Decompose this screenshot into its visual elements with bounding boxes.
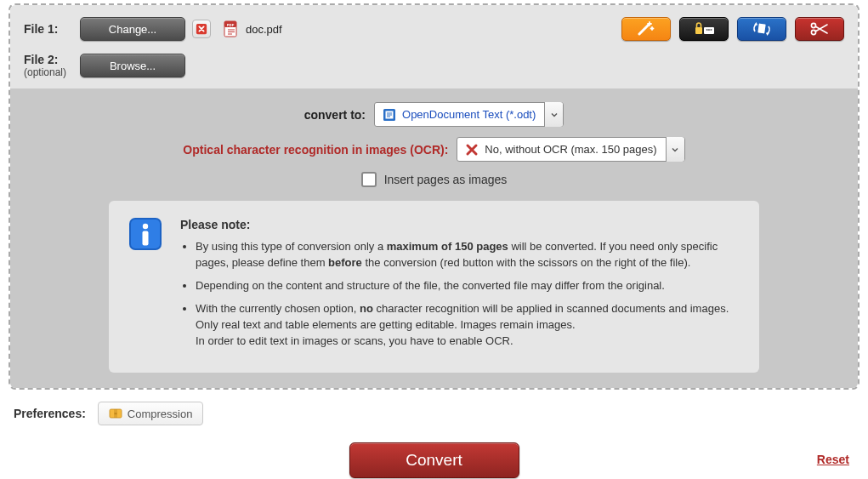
magic-wand-icon [636,20,656,37]
pdf-icon: PDF [223,20,240,37]
file2-label: File 2: (optional) [24,53,80,78]
svg-point-14 [143,224,148,229]
upload-config-area: File 1: Change... PDF doc.pdf File 2: (o… [9,3,859,390]
svg-rect-4 [695,27,702,34]
file2-row: File 2: (optional) Browse... [24,53,621,78]
info-icon [128,216,163,252]
note-content: Please note: By using this type of conve… [180,216,740,356]
convert-row: Convert Reset [9,442,859,478]
insert-images-label: Insert pages as images [384,173,508,186]
convert-to-row: convert to: OpenDocument Text (*.odt) [24,102,844,127]
insert-images-checkbox[interactable] [361,172,377,187]
protect-button[interactable]: *** [679,17,729,41]
file1-remove-button[interactable] [192,20,211,38]
ocr-row: Optical character recognition in images … [24,137,844,162]
odt-icon [382,107,397,123]
file1-change-button[interactable]: Change... [80,17,185,41]
ocr-label: Optical character recognition in images … [183,143,448,157]
remove-icon [196,23,207,35]
svg-rect-7 [757,23,765,33]
file1-label: File 1: [24,22,80,36]
svg-point-8 [811,23,815,27]
scissors-icon [808,20,831,37]
note-box: Please note: By using this type of conve… [109,201,759,373]
chevron-down-icon [544,102,563,127]
ocr-select[interactable]: No, without OCR (max. 150 pages) [457,137,684,162]
rotate-icon [751,20,773,37]
svg-text:PDF: PDF [227,23,235,27]
convert-to-label: convert to: [304,108,366,122]
note-title: Please note: [180,216,740,233]
lock-password-icon: *** [692,20,716,37]
rotate-button[interactable] [737,17,786,41]
file2-optional: (optional) [24,66,80,78]
svg-point-9 [811,30,815,34]
compression-button[interactable]: Compression [98,402,204,425]
chevron-down-icon [666,137,684,162]
no-ocr-icon [464,142,479,157]
svg-rect-15 [143,231,149,246]
file2-browse-button[interactable]: Browse... [80,54,185,77]
note-item-3: With the currently chosen option, no cha… [196,301,740,350]
file-tools: *** [621,17,844,41]
file1-row: File 1: Change... PDF doc.pdf [24,17,621,41]
reset-link[interactable]: Reset [817,453,849,466]
convert-button[interactable]: Convert [349,442,519,478]
note-item-2: Depending on the content and structure o… [196,278,740,294]
options-section: convert to: OpenDocument Text (*.odt) Op… [10,88,858,388]
enhance-button[interactable] [621,17,671,41]
preferences-label: Preferences: [14,407,86,420]
compression-icon [109,407,122,420]
preferences-row: Preferences: Compression [14,402,859,425]
split-pages-button[interactable] [795,17,844,41]
convert-to-select[interactable]: OpenDocument Text (*.odt) [374,102,564,127]
insert-images-row: Insert pages as images [24,172,844,187]
svg-text:***: *** [706,28,712,33]
file-section: File 1: Change... PDF doc.pdf File 2: (o… [10,5,858,88]
file1-filename: doc.pdf [246,23,282,36]
note-item-1: By using this type of conversion only a … [196,239,740,271]
svg-rect-17 [114,413,116,414]
